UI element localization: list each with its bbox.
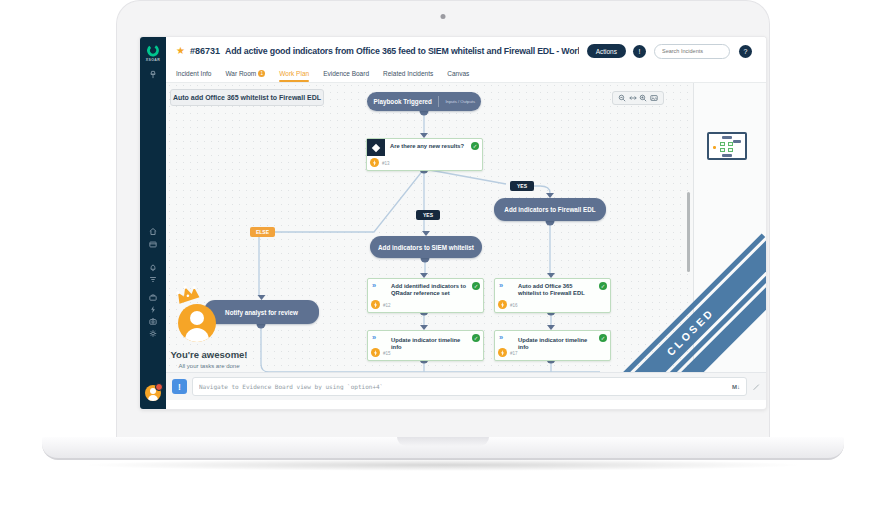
task-card[interactable]: » Update indicator timeline info ✓ #15 — [367, 330, 484, 361]
incident-tabbar: Incident Info War Room 1 Work Plan Evide… — [166, 65, 766, 83]
filter-icon[interactable] — [149, 275, 158, 284]
completed-check-icon: ✓ — [599, 334, 607, 342]
webcam-dot — [441, 14, 446, 19]
task-card-condition[interactable]: Are there any new results? ✓ #13 — [366, 138, 483, 171]
tab-work-plan[interactable]: Work Plan — [279, 65, 309, 82]
automation-bolt-icon — [498, 348, 507, 357]
sidebar: XSOAR — [140, 37, 166, 409]
user-avatar[interactable] — [145, 385, 161, 401]
laptop-screen: XSOAR — [116, 0, 770, 437]
gear-icon[interactable] — [149, 329, 158, 338]
cli-mode-button[interactable]: ! — [172, 379, 187, 394]
home-icon[interactable] — [149, 227, 158, 236]
favorite-star-icon[interactable]: ★ — [176, 46, 185, 56]
command-input[interactable]: Navigate to Evidence Board view by using… — [192, 377, 747, 396]
actions-button[interactable]: Actions — [587, 44, 626, 58]
page-title: Add active good indicators from Office 3… — [225, 46, 579, 56]
condition-icon — [367, 139, 385, 156]
automation-bolt-icon — [498, 300, 507, 309]
inputs-outputs-link[interactable]: Inputs / Outputs — [439, 99, 481, 104]
command-bar: ! Navigate to Evidence Board view by usi… — [166, 372, 766, 400]
bolt-icon[interactable] — [149, 305, 158, 314]
expand-editor-icon[interactable] — [752, 383, 760, 391]
task-card[interactable]: » Add identified indicators to QRadar re… — [367, 278, 484, 313]
camera-icon[interactable] — [149, 317, 158, 326]
dashboard-icon[interactable] — [149, 240, 158, 249]
script-chevron-icon: » — [499, 333, 503, 342]
fit-width-icon[interactable] — [629, 94, 637, 102]
incident-search — [654, 44, 730, 59]
script-chevron-icon: » — [499, 281, 503, 290]
completed-check-icon: ✓ — [599, 282, 607, 290]
zoom-out-icon[interactable] — [618, 94, 626, 102]
help-button[interactable]: ? — [739, 45, 752, 58]
script-chevron-icon: » — [372, 333, 376, 342]
notification-dot — [155, 383, 163, 391]
branch-label-else: ELSE — [250, 227, 275, 237]
task-card[interactable]: » Update indicator timeline info ✓ #17 — [494, 330, 611, 361]
incident-id: #86731 — [190, 46, 220, 56]
completed-check-icon: ✓ — [472, 282, 480, 290]
node-add-indicators-firewall-edl[interactable]: Add indicators to Firewall EDL — [494, 198, 606, 221]
branch-label-yes: YES — [510, 181, 534, 191]
command-hint: Navigate to Evidence Board view by using… — [199, 383, 732, 390]
work-plan-canvas[interactable]: Auto add Office 365 whitelist to Firewal… — [166, 82, 766, 381]
laptop-shadow — [80, 459, 806, 471]
mascot-avatar — [178, 304, 216, 342]
scrollbar-thumb[interactable] — [687, 192, 690, 272]
mascot-subtitle: All your tasks are done — [166, 363, 256, 369]
playbook-name-chip[interactable]: Auto add Office 365 whitelist to Firewal… — [170, 89, 324, 106]
automation-bolt-icon — [370, 158, 379, 167]
completed-check-icon: ✓ — [472, 334, 480, 342]
playbook-minimap[interactable] — [707, 132, 747, 160]
screenshot-icon[interactable] — [650, 94, 658, 102]
node-playbook-triggered[interactable]: Playbook Triggered Inputs / Outputs — [367, 92, 481, 111]
tab-incident-info[interactable]: Incident Info — [176, 65, 211, 82]
war-room-badge: 1 — [258, 70, 265, 77]
laptop-base — [42, 437, 844, 460]
script-chevron-icon: » — [372, 281, 376, 290]
pin-icon[interactable] — [149, 70, 158, 79]
incident-header: ★ #86731 Add active good indicators from… — [166, 37, 766, 66]
logo-label: XSOAR — [140, 58, 166, 62]
node-notify-analyst[interactable]: Notify analyst for review — [204, 300, 319, 324]
canvas-zoom-toolbar — [612, 91, 664, 105]
avatar-person-icon — [178, 304, 216, 342]
laptop-notch — [397, 437, 489, 446]
branch-label-yes: YES — [416, 210, 440, 220]
bell-icon[interactable] — [149, 263, 158, 272]
app-window: XSOAR — [140, 37, 766, 409]
notifications-button[interactable]: ! — [633, 45, 646, 58]
mascot-title: You're awesome! — [166, 349, 256, 360]
tab-related-incidents[interactable]: Related Incidents — [383, 65, 433, 82]
automation-bolt-icon — [371, 300, 380, 309]
markdown-toggle-icon[interactable]: M↓ — [732, 384, 740, 390]
briefcase-icon[interactable] — [149, 293, 158, 302]
zoom-in-icon[interactable] — [639, 94, 647, 102]
automation-bolt-icon — [371, 348, 380, 357]
search-input[interactable] — [655, 48, 729, 54]
completed-check-icon: ✓ — [471, 142, 479, 150]
tab-evidence-board[interactable]: Evidence Board — [323, 65, 369, 82]
tab-war-room[interactable]: War Room 1 — [225, 65, 265, 82]
node-add-indicators-siem-whitelist[interactable]: Add indicators to SIEM whitelist — [370, 236, 482, 258]
task-card[interactable]: » Auto add Office 365 whitelist to Firew… — [494, 278, 611, 313]
tab-canvas[interactable]: Canvas — [447, 65, 469, 82]
